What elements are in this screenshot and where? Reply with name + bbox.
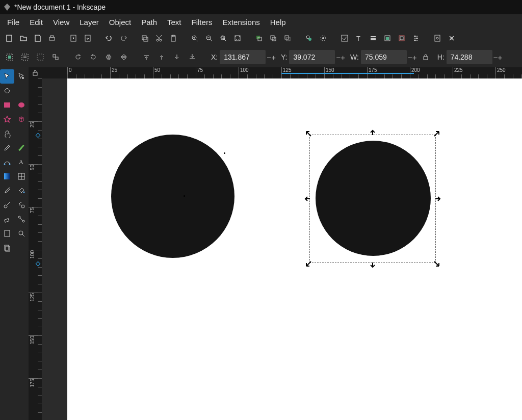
handle-w[interactable] <box>304 195 311 202</box>
handle-nw[interactable] <box>305 130 312 137</box>
tool-bezier[interactable] <box>0 155 14 169</box>
horizontal-ruler[interactable]: 0255075100125150175200225250 <box>42 67 522 78</box>
ellipse-object-2[interactable] <box>316 141 431 256</box>
menu-view[interactable]: View <box>48 16 74 29</box>
undo-button[interactable] <box>102 31 116 45</box>
vertical-ruler[interactable]: 255075100125150175200 <box>29 78 42 420</box>
ellipse-object-1[interactable] <box>111 135 234 258</box>
x-input[interactable] <box>220 50 266 64</box>
preferences2-button[interactable] <box>445 31 459 45</box>
tool-eraser[interactable] <box>0 212 14 226</box>
tool-ellipse[interactable] <box>14 98 29 112</box>
menu-filters[interactable]: Filters <box>187 16 218 29</box>
raise-top-button[interactable] <box>139 49 154 65</box>
zoom-in-button[interactable] <box>188 31 202 45</box>
tool-pages[interactable] <box>0 241 14 255</box>
layers-dialog-button[interactable] <box>366 31 380 45</box>
handle-e[interactable] <box>434 195 441 202</box>
lock-guides-button[interactable] <box>29 67 42 78</box>
ungroup-button[interactable] <box>316 31 330 45</box>
paste-button[interactable] <box>166 31 180 45</box>
svg-point-53 <box>23 192 25 193</box>
tool-tweak[interactable] <box>0 198 14 212</box>
menu-path[interactable]: Path <box>136 16 162 29</box>
lower-bottom-button[interactable] <box>185 49 200 65</box>
menu-file[interactable]: File <box>2 16 24 29</box>
handle-s[interactable] <box>369 261 376 269</box>
tool-node-editor[interactable] <box>14 69 29 84</box>
tool-spiral[interactable] <box>0 126 14 141</box>
toggle-selection-button[interactable] <box>48 49 63 65</box>
xml-dialog-button[interactable] <box>380 31 395 45</box>
preferences-button[interactable] <box>409 31 423 45</box>
import-button[interactable] <box>66 31 81 45</box>
menu-extensions[interactable]: Extensions <box>217 16 265 29</box>
redo-button[interactable] <box>116 31 130 45</box>
open-file-button[interactable] <box>16 31 31 45</box>
w-input[interactable] <box>361 50 407 64</box>
clone-button[interactable] <box>266 31 280 45</box>
group-button[interactable] <box>302 31 316 45</box>
unlink-clone-button[interactable] <box>280 31 295 45</box>
rotate-cw-button[interactable] <box>86 49 101 65</box>
raise-button[interactable] <box>154 49 169 65</box>
tool-gradient[interactable] <box>0 169 14 183</box>
h-stepper[interactable]: − + <box>493 53 502 62</box>
tool-selector[interactable] <box>0 69 14 84</box>
tool-lpe[interactable] <box>0 226 14 241</box>
y-input[interactable] <box>289 50 335 64</box>
tool-dropper[interactable] <box>0 183 14 198</box>
menu-edit[interactable]: Edit <box>24 16 48 29</box>
duplicate-button[interactable] <box>252 31 266 45</box>
tool-paint-bucket[interactable] <box>14 183 29 198</box>
select-all-layers-button[interactable] <box>17 49 33 65</box>
cut-button[interactable] <box>152 31 166 45</box>
save-file-button[interactable] <box>31 31 45 45</box>
tool-cube[interactable] <box>14 112 29 126</box>
zoom-page-button[interactable] <box>230 31 245 45</box>
select-all-button[interactable] <box>2 49 17 65</box>
handle-ne[interactable] <box>433 130 440 137</box>
rotate-ccw-button[interactable] <box>70 49 86 65</box>
text-dialog-button[interactable]: T <box>352 31 366 45</box>
w-stepper[interactable]: − + <box>408 53 416 62</box>
tool-connector[interactable] <box>14 212 29 226</box>
svg-rect-46 <box>4 102 10 108</box>
canvas[interactable] <box>42 78 522 420</box>
export-button[interactable] <box>81 31 95 45</box>
handle-sw[interactable] <box>305 260 312 268</box>
zoom-fit-button[interactable] <box>216 31 230 45</box>
tool-shape-builder[interactable] <box>0 84 14 98</box>
handle-se[interactable] <box>433 260 440 268</box>
print-button[interactable] <box>45 31 59 45</box>
zoom-out-button[interactable] <box>202 31 216 45</box>
x-stepper[interactable]: − + <box>267 53 275 62</box>
fill-stroke-button[interactable] <box>337 31 352 45</box>
deselect-button[interactable] <box>33 49 48 65</box>
tool-text[interactable]: A <box>14 155 29 169</box>
handle-n[interactable] <box>369 129 376 136</box>
copy-button[interactable] <box>138 31 152 45</box>
tool-rectangle[interactable] <box>0 98 14 112</box>
new-file-button[interactable] <box>2 31 16 45</box>
menu-text[interactable]: Text <box>162 16 187 29</box>
flip-h-button[interactable] <box>101 49 116 65</box>
h-input[interactable] <box>447 50 492 64</box>
menu-help[interactable]: Help <box>265 16 291 29</box>
title-bar: *New document 1 - Inkscape <box>0 0 522 14</box>
y-stepper[interactable]: − + <box>336 53 344 62</box>
menu-layer[interactable]: Layer <box>74 16 104 29</box>
lock-aspect-button[interactable] <box>418 49 433 65</box>
tool-spray[interactable] <box>14 198 29 212</box>
menu-object[interactable]: Object <box>104 16 136 29</box>
tool-zoom[interactable] <box>14 226 29 241</box>
lower-button[interactable] <box>169 49 185 65</box>
tool-calligraphy[interactable] <box>14 141 29 155</box>
flip-v-button[interactable] <box>116 49 132 65</box>
tool-star[interactable] <box>0 112 14 126</box>
doc-properties-button[interactable] <box>430 31 445 45</box>
svg-rect-66 <box>33 72 37 75</box>
align-dialog-button[interactable] <box>395 31 409 45</box>
tool-mesh[interactable] <box>14 169 29 183</box>
tool-pencil[interactable] <box>0 141 14 155</box>
